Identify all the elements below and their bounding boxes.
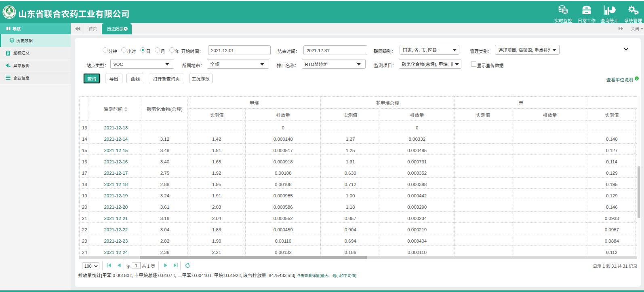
svg-text:MEE: MEE: [8, 16, 11, 18]
svg-text:?: ?: [636, 77, 637, 80]
